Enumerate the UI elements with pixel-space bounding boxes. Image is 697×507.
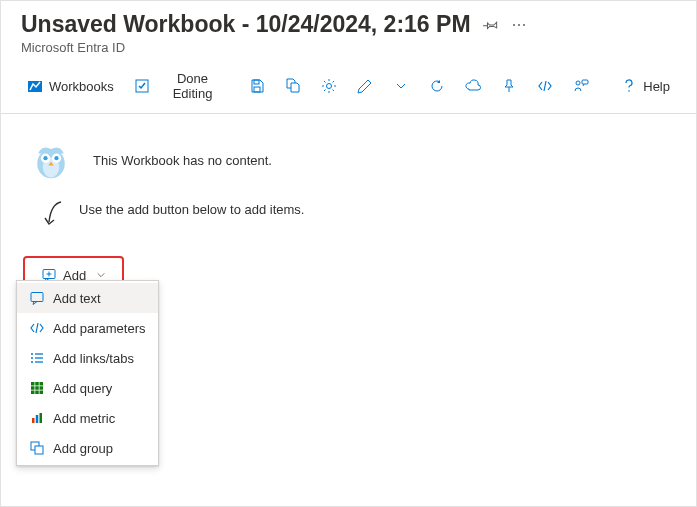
pencil-icon <box>357 78 373 94</box>
cloud-icon <box>465 78 481 94</box>
svg-point-2 <box>523 24 525 26</box>
refresh-button[interactable] <box>421 74 453 98</box>
pin-icon[interactable] <box>483 17 499 33</box>
help-button[interactable]: Help <box>613 74 678 98</box>
svg-rect-43 <box>35 446 43 454</box>
workbooks-button[interactable]: Workbooks <box>19 74 122 98</box>
svg-rect-39 <box>32 418 35 423</box>
person-feedback-icon <box>573 78 589 94</box>
svg-rect-41 <box>40 413 43 423</box>
save-icon <box>249 78 265 94</box>
arrow-hint-icon <box>41 200 65 232</box>
settings-button[interactable] <box>313 74 345 98</box>
owl-icon <box>29 138 73 182</box>
group-icon <box>29 440 45 456</box>
done-editing-label: Done Editing <box>156 71 229 101</box>
svg-point-9 <box>576 81 580 85</box>
svg-rect-10 <box>582 80 588 84</box>
grid-icon <box>29 380 45 396</box>
edit-button[interactable] <box>349 74 381 98</box>
svg-rect-34 <box>35 386 39 390</box>
svg-rect-40 <box>36 415 39 423</box>
feedback-button[interactable] <box>565 74 597 98</box>
menu-label: Add parameters <box>53 321 146 336</box>
add-group-item[interactable]: Add group <box>17 433 158 463</box>
add-menu: Add text Add parameters Add links/tabs A… <box>16 280 159 466</box>
add-links-tabs-item[interactable]: Add links/tabs <box>17 343 158 373</box>
svg-point-17 <box>54 156 58 160</box>
svg-line-23 <box>36 323 38 333</box>
add-metric-item[interactable]: Add metric <box>17 403 158 433</box>
workbooks-label: Workbooks <box>49 79 114 94</box>
toolbar: Workbooks Done Editing <box>1 59 696 114</box>
save-button[interactable] <box>241 74 273 98</box>
code-button[interactable] <box>529 74 561 98</box>
svg-rect-37 <box>35 391 39 395</box>
svg-point-7 <box>327 84 332 89</box>
done-editing-button[interactable]: Done Editing <box>126 67 237 105</box>
empty-headline: This Workbook has no content. <box>93 153 272 168</box>
svg-rect-38 <box>40 391 44 395</box>
svg-rect-30 <box>31 382 35 386</box>
text-icon <box>29 290 45 306</box>
subtitle: Microsoft Entra ID <box>21 40 676 55</box>
svg-rect-22 <box>31 293 43 302</box>
more-icon[interactable] <box>511 17 527 33</box>
gear-icon <box>321 78 337 94</box>
menu-label: Add metric <box>53 411 115 426</box>
svg-point-11 <box>628 90 630 92</box>
help-label: Help <box>643 79 670 94</box>
svg-line-8 <box>544 81 546 91</box>
done-icon <box>134 78 150 94</box>
svg-point-0 <box>513 24 515 26</box>
pin-toolbar-icon <box>501 78 517 94</box>
svg-rect-32 <box>40 382 44 386</box>
chevron-down-icon <box>393 78 409 94</box>
menu-label: Add query <box>53 381 112 396</box>
svg-rect-5 <box>254 80 259 84</box>
svg-rect-35 <box>40 386 44 390</box>
code-icon <box>537 78 553 94</box>
page-title: Unsaved Workbook - 10/24/2024, 2:16 PM <box>21 11 471 38</box>
workbook-icon <box>27 78 43 94</box>
refresh-icon <box>429 78 445 94</box>
svg-rect-6 <box>254 87 260 92</box>
parameters-icon <box>29 320 45 336</box>
chart-icon <box>29 410 45 426</box>
save-as-button[interactable] <box>277 74 309 98</box>
svg-rect-36 <box>31 391 35 395</box>
svg-rect-33 <box>31 386 35 390</box>
svg-point-16 <box>43 156 47 160</box>
edit-dropdown[interactable] <box>385 74 417 98</box>
pin-button[interactable] <box>493 74 525 98</box>
svg-point-1 <box>518 24 520 26</box>
share-button[interactable] <box>457 74 489 98</box>
save-as-icon <box>285 78 301 94</box>
add-parameters-item[interactable]: Add parameters <box>17 313 158 343</box>
menu-label: Add text <box>53 291 101 306</box>
add-query-item[interactable]: Add query <box>17 373 158 403</box>
menu-label: Add links/tabs <box>53 351 134 366</box>
list-icon <box>29 350 45 366</box>
svg-rect-31 <box>35 382 39 386</box>
help-icon <box>621 78 637 94</box>
empty-hint: Use the add button below to add items. <box>79 200 304 217</box>
add-text-item[interactable]: Add text <box>17 283 158 313</box>
menu-label: Add group <box>53 441 113 456</box>
